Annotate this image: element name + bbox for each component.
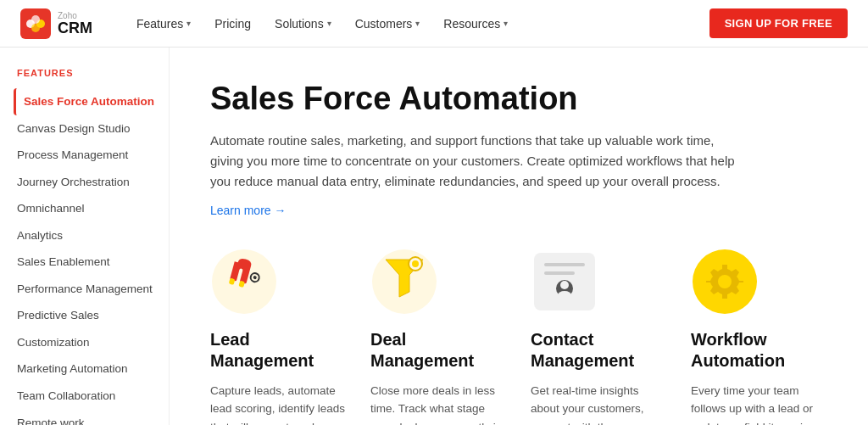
lead-management-title: Lead Management bbox=[210, 329, 347, 372]
nav-customers[interactable]: Customers ▾ bbox=[345, 10, 431, 37]
svg-point-22 bbox=[718, 275, 732, 288]
contact-management-title: Contact Management bbox=[531, 329, 667, 372]
zoho-logo-icon bbox=[20, 8, 51, 39]
sidebar-item-journey-orchestration[interactable]: Journey Orchestration bbox=[14, 169, 169, 196]
lead-management-icon bbox=[210, 248, 278, 316]
sidebar-item-sales-enablement[interactable]: Sales Enablement bbox=[14, 249, 169, 276]
page-title: Sales Force Automation bbox=[210, 81, 827, 117]
svg-point-3 bbox=[31, 15, 40, 24]
contact-management-desc: Get real-time insights about your custom… bbox=[531, 382, 667, 425]
chevron-down-icon: ▾ bbox=[327, 19, 331, 28]
svg-rect-15 bbox=[544, 263, 585, 266]
sidebar-item-sales-force-automation[interactable]: Sales Force Automation bbox=[14, 88, 169, 115]
sidebar-item-customization[interactable]: Customization bbox=[14, 329, 169, 356]
contact-management-icon bbox=[531, 248, 598, 316]
deal-management-desc: Close more deals in less time. Track wha… bbox=[370, 382, 507, 425]
card-lead-management: Lead Management Capture leads, automate … bbox=[210, 248, 347, 425]
sidebar-item-canvas-design-studio[interactable]: Canvas Design Studio bbox=[14, 115, 169, 143]
deal-management-title: Deal Management bbox=[370, 329, 507, 372]
card-contact-management: Contact Management Get real-time insight… bbox=[531, 248, 667, 425]
signup-button[interactable]: SIGN UP FOR FREE bbox=[709, 8, 848, 38]
feature-cards-grid: Lead Management Capture leads, automate … bbox=[210, 248, 827, 425]
sidebar-item-process-management[interactable]: Process Management bbox=[14, 142, 169, 169]
main-content: Sales Force Automation Automate routine … bbox=[170, 48, 868, 425]
logo[interactable]: Zoho CRM bbox=[20, 8, 92, 39]
main-wrapper: FEATURES Sales Force Automation Canvas D… bbox=[0, 48, 868, 425]
page-description: Automate routine sales, marketing, and s… bbox=[210, 131, 736, 192]
sidebar-item-team-collaboration[interactable]: Team Collaboration bbox=[14, 383, 169, 410]
logo-product: CRM bbox=[58, 20, 92, 36]
chevron-down-icon: ▾ bbox=[504, 19, 508, 28]
sidebar: FEATURES Sales Force Automation Canvas D… bbox=[0, 48, 170, 425]
workflow-automation-title: Workflow Automation bbox=[691, 329, 827, 372]
workflow-automation-desc: Every time your team follows up with a l… bbox=[691, 382, 827, 425]
svg-point-13 bbox=[412, 260, 419, 267]
nav-features[interactable]: Features ▾ bbox=[126, 10, 201, 37]
hero-learn-more-link[interactable]: Learn more → bbox=[210, 204, 287, 217]
sidebar-item-remote-work[interactable]: Remote work bbox=[14, 410, 169, 425]
card-deal-management: Deal Management Close more deals in less… bbox=[370, 248, 507, 425]
svg-point-19 bbox=[558, 291, 571, 299]
lead-management-desc: Capture leads, automate lead scoring, id… bbox=[210, 382, 347, 425]
chevron-down-icon: ▾ bbox=[415, 19, 420, 28]
sidebar-item-analytics[interactable]: Analytics bbox=[14, 222, 169, 249]
sidebar-item-performance-management[interactable]: Performance Management bbox=[14, 276, 169, 303]
svg-point-18 bbox=[560, 281, 569, 289]
nav-solutions[interactable]: Solutions ▾ bbox=[264, 10, 342, 37]
svg-point-4 bbox=[31, 24, 40, 32]
nav-links: Features ▾ Pricing Solutions ▾ Customers… bbox=[126, 10, 709, 37]
workflow-automation-icon bbox=[691, 248, 759, 316]
card-workflow-automation: Workflow Automation Every time your team… bbox=[691, 248, 827, 425]
sidebar-item-omnichannel[interactable]: Omnichannel bbox=[14, 195, 169, 222]
deal-management-icon bbox=[370, 248, 438, 316]
sidebar-item-marketing-automation[interactable]: Marketing Automation bbox=[14, 355, 169, 383]
nav-resources[interactable]: Resources ▾ bbox=[433, 10, 518, 37]
svg-rect-16 bbox=[544, 271, 575, 275]
arrow-right-icon: → bbox=[275, 204, 287, 217]
nav-pricing[interactable]: Pricing bbox=[204, 10, 261, 37]
chevron-down-icon: ▾ bbox=[186, 19, 191, 28]
sidebar-item-predictive-sales[interactable]: Predictive Sales bbox=[14, 302, 169, 329]
navbar: Zoho CRM Features ▾ Pricing Solutions ▾ … bbox=[0, 0, 868, 48]
sidebar-section-label: FEATURES bbox=[14, 68, 169, 78]
